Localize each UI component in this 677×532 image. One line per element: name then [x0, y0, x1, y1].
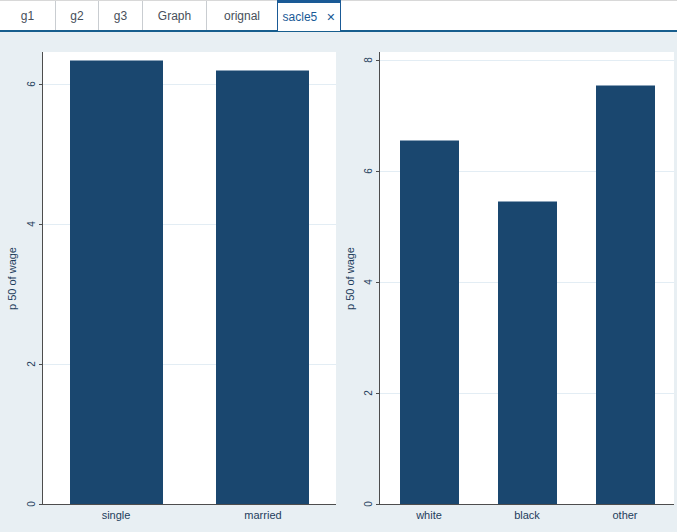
tab-orignal[interactable]: orignal [207, 1, 277, 30]
x-category-label: black [487, 509, 567, 521]
y-tick-label: 6 [26, 72, 38, 96]
gridline [380, 60, 674, 61]
x-axis-line [42, 504, 336, 505]
tab-g2[interactable]: g2 [56, 1, 99, 30]
bar-single [70, 60, 163, 504]
y-tick-label: 2 [26, 352, 38, 376]
y-axis-title: p 50 of wage [6, 53, 19, 505]
x-category-label: married [223, 509, 303, 521]
graph-tab-bar: g1g2g3Graphorignalsacle5✕ [0, 0, 677, 30]
y-tick-label: 4 [26, 212, 38, 236]
bar-other [596, 85, 655, 504]
stata-graph-window: g1g2g3Graphorignalsacle5✕ 0246singlemarr… [0, 0, 677, 532]
y-tick-label: 2 [363, 381, 375, 405]
x-category-label: other [585, 509, 665, 521]
y-axis-line [42, 52, 43, 504]
y-axis-title: p 50 of wage [344, 53, 357, 505]
bar-black [498, 201, 557, 504]
tab-label: orignal [224, 9, 260, 23]
tab-label: g2 [70, 9, 83, 23]
y-axis-line [379, 52, 380, 504]
x-category-label: white [389, 509, 469, 521]
y-tick-label: 0 [26, 492, 38, 516]
tab-g3[interactable]: g3 [99, 1, 143, 30]
y-tick-label: 8 [363, 48, 375, 72]
tab-label: Graph [158, 9, 191, 23]
tab-Graph[interactable]: Graph [143, 1, 207, 30]
x-axis-line [379, 504, 674, 505]
tab-label: sacle5 [283, 10, 318, 24]
close-icon[interactable]: ✕ [326, 12, 335, 23]
bar-white [400, 140, 459, 504]
y-tick-label: 4 [363, 270, 375, 294]
x-category-label: single [76, 509, 156, 521]
y-tick-label: 0 [363, 492, 375, 516]
tab-label: g3 [114, 9, 127, 23]
tab-g1[interactable]: g1 [0, 1, 56, 30]
graph-canvas: 0246singlemarriedp 50 of wage02468whiteb… [0, 32, 677, 532]
y-tick-label: 6 [363, 159, 375, 183]
tab-label: g1 [21, 9, 34, 23]
bar-married [216, 70, 309, 504]
tab-sacle5[interactable]: sacle5✕ [277, 0, 341, 31]
